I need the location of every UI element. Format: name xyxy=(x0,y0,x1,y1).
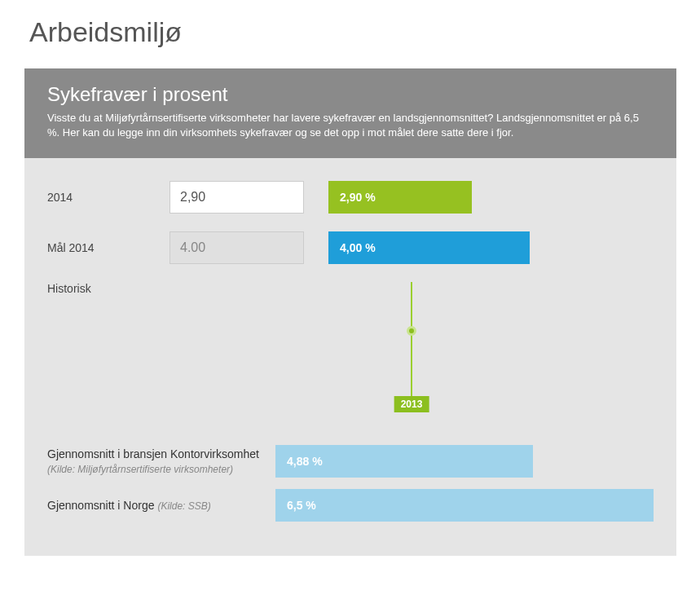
panel-description: Visste du at Miljøfyrtårnsertifiserte vi… xyxy=(47,111,654,140)
bar-track-avg-national: 6,5 % xyxy=(275,489,654,522)
label-avg-industry-main: Gjennomsnitt i bransjen Kontorvirksomhet xyxy=(47,447,259,460)
label-historic: Historisk xyxy=(47,282,169,295)
bar-avg-industry: 4,88 % xyxy=(275,445,533,478)
input-current-year[interactable] xyxy=(169,181,304,214)
label-avg-industry-source: (Kilde: Miljøfyrtårnsertifiserte virksom… xyxy=(47,464,233,475)
bar-track-avg-industry: 4,88 % xyxy=(275,445,654,478)
label-avg-national: Gjennomsnitt i Norge (Kilde: SSB) xyxy=(47,498,275,513)
bar-track-current: 2,90 % xyxy=(328,181,654,214)
sykefravaer-panel: Sykefravær i prosent Visste du at Miljøf… xyxy=(24,68,676,556)
bar-avg-national: 6,5 % xyxy=(275,489,654,522)
bar-current-year: 2,90 % xyxy=(328,181,472,214)
historic-year-badge: 2013 xyxy=(394,396,429,412)
historic-line xyxy=(411,282,412,396)
panel-body: 2014 2,90 % Mål 2014 4,00 % Historisk 20… xyxy=(24,158,676,556)
label-avg-national-source: (Kilde: SSB) xyxy=(157,500,210,512)
input-goal xyxy=(169,231,304,264)
label-avg-national-main: Gjennomsnitt i Norge xyxy=(47,499,157,512)
row-goal: Mål 2014 4,00 % xyxy=(47,231,654,264)
panel-header: Sykefravær i prosent Visste du at Miljøf… xyxy=(24,68,676,158)
row-avg-national: Gjennomsnitt i Norge (Kilde: SSB) 6,5 % xyxy=(47,489,654,522)
panel-title: Sykefravær i prosent xyxy=(47,83,654,106)
label-current-year: 2014 xyxy=(47,191,169,204)
bar-track-goal: 4,00 % xyxy=(328,231,654,264)
row-current-year: 2014 2,90 % xyxy=(47,181,654,214)
historic-chart: 2013 xyxy=(169,282,654,421)
row-historic: Historisk 2013 xyxy=(47,282,654,421)
historic-point-icon xyxy=(407,326,416,336)
page-title: Arbeidsmiljø xyxy=(29,16,676,48)
label-goal: Mål 2014 xyxy=(47,241,169,254)
bar-goal: 4,00 % xyxy=(328,231,530,264)
row-avg-industry: Gjennomsnitt i bransjen Kontorvirksomhet… xyxy=(47,445,654,478)
label-avg-industry: Gjennomsnitt i bransjen Kontorvirksomhet… xyxy=(47,447,275,477)
